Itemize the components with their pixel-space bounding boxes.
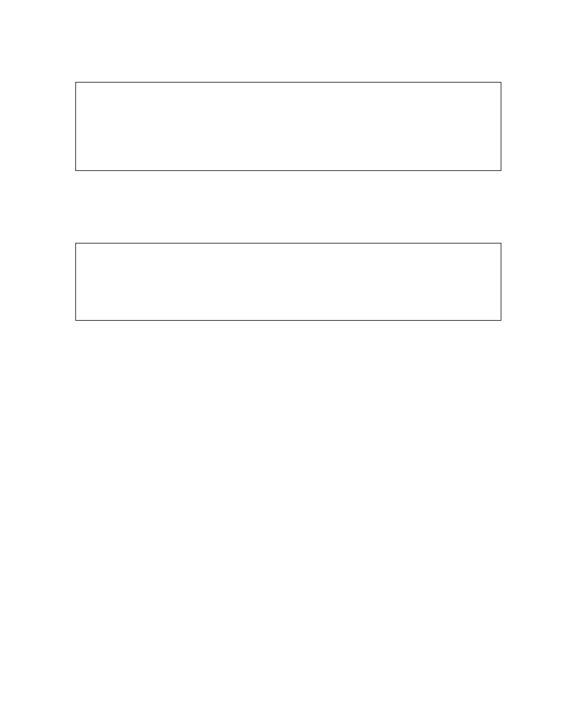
content-box — [75, 243, 501, 321]
content-box — [75, 82, 501, 171]
